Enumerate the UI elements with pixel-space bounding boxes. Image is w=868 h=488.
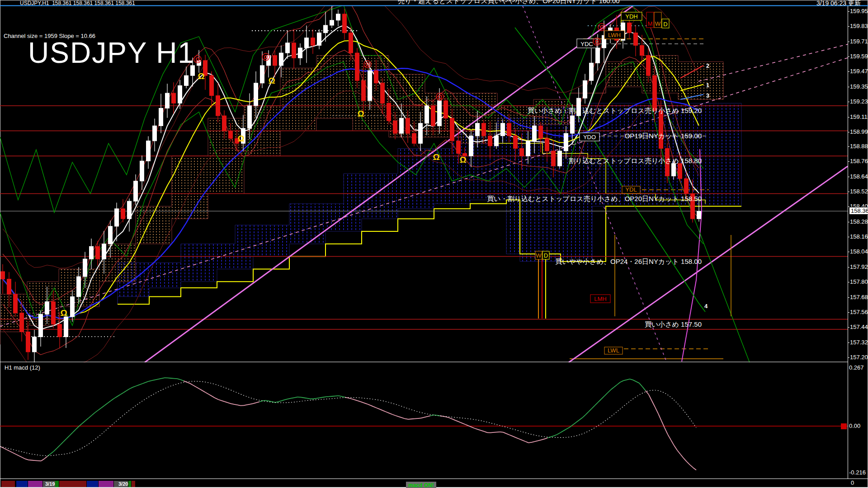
macd-line-segment: [557, 433, 560, 435]
macd-line-segment: [370, 405, 373, 407]
macd-line-segment: [234, 404, 237, 405]
candle-body: [298, 48, 302, 58]
macd-line-segment: [187, 382, 190, 384]
candle-body: [659, 111, 663, 148]
session-segment: [1, 481, 15, 487]
macd-line-segment: [690, 465, 693, 468]
macd-line-segment: [190, 383, 193, 385]
price-axis[interactable]: 159.955159.835159.715159.595159.475159.3…: [848, 6, 868, 479]
macd-line-segment: [22, 457, 25, 459]
macd-line-segment: [491, 432, 494, 433]
price-axis-label: 158.640: [850, 173, 868, 180]
macd-line-segment: [411, 419, 415, 419]
macd-line-segment: [687, 462, 690, 465]
candle-body: [653, 75, 657, 111]
macd-line-segment: [516, 437, 519, 439]
macd-line-segment: [554, 435, 557, 436]
macd-line-segment: [506, 434, 509, 435]
candle-body: [482, 123, 486, 136]
macd-line-segment: [41, 459, 44, 461]
macd-line-segment: [282, 400, 285, 401]
candle-body: [526, 141, 530, 156]
macd-line-segment: [209, 394, 212, 396]
macd-line-segment: [101, 405, 104, 408]
level-box-m: M: [646, 12, 654, 28]
session-timeline-bar[interactable]: 3/193/20macd ON!0: [0, 479, 868, 488]
session-segment: [99, 481, 113, 487]
macd-line-segment: [111, 399, 114, 401]
title-bar: USDJPY,H1 158.361 158.361 158.361 158.36…: [0, 0, 868, 6]
candle-body: [159, 108, 163, 126]
level-box-d: D: [542, 251, 549, 259]
candle-body: [501, 123, 505, 136]
macd-line-segment: [155, 379, 158, 380]
macd-line-segment: [475, 428, 478, 429]
macd-line-segment: [427, 416, 430, 417]
macd-line-segment: [228, 403, 231, 404]
swing-high-marker-icon: Ω: [194, 56, 201, 63]
candle-body: [406, 118, 410, 133]
candle-body: [507, 123, 511, 136]
price-axis-label: 157.920: [850, 263, 868, 270]
macd-line-segment: [601, 396, 604, 399]
swing-low-marker-icon: Ω: [198, 71, 204, 81]
macd-line-segment: [604, 393, 608, 396]
chart-canvas[interactable]: YDHMWDLWHYDCYDOYDLWDLMHLWL買い小さめ・割り込むとストッ…: [0, 0, 868, 488]
macd-on-badge[interactable]: macd ON!: [406, 482, 436, 488]
macd-line-segment: [620, 380, 623, 382]
trade-annotation: 買い・割り込むとストップロス売り小さめ、OP20日NYカット 158.50: [487, 195, 702, 202]
level-box-d: D: [662, 19, 669, 28]
macd-line-segment: [373, 407, 377, 408]
macd-line-segment: [19, 456, 22, 457]
candle-body: [248, 106, 252, 128]
trade-annotation: OP19日NYカット 159.00: [625, 132, 702, 140]
marker-glyph: Ω: [365, 61, 370, 68]
price-axis-label: 159.115: [850, 113, 868, 120]
price-axis-label: 158.880: [850, 143, 868, 150]
level-box-w: W: [654, 12, 661, 28]
macd-line-segment: [497, 432, 500, 432]
price-axis-label: 159.235: [850, 98, 868, 105]
macd-line-segment: [630, 379, 633, 380]
macd-line-segment: [332, 396, 335, 396]
macd-line-segment: [92, 413, 95, 415]
macd-line-segment: [611, 387, 614, 390]
macd-line-segment: [652, 401, 655, 407]
candle-body: [450, 118, 454, 141]
marker-glyph: Ω: [438, 94, 442, 100]
macd-line-segment: [285, 399, 288, 400]
macd-line-segment: [307, 398, 310, 399]
macd-line-segment: [494, 432, 497, 432]
macd-line-segment: [250, 404, 253, 404]
candle-body: [640, 45, 644, 55]
macd-line-segment: [642, 387, 646, 391]
candle-body: [292, 43, 296, 58]
candle-body: [539, 126, 543, 138]
macd-line-segment: [386, 412, 389, 413]
macd-line-segment: [193, 385, 196, 387]
macd-line-segment: [152, 380, 155, 380]
candle-body: [387, 103, 391, 121]
macd-line-segment: [405, 419, 408, 419]
candle-body: [368, 70, 372, 101]
macd-line-segment: [335, 396, 339, 396]
macd-line-segment: [70, 432, 73, 436]
macd-line-segment: [222, 401, 225, 402]
macd-line-segment: [89, 415, 92, 418]
macd-line-segment: [231, 404, 234, 404]
macd-line-segment: [196, 387, 199, 389]
macd-line-segment: [278, 401, 282, 402]
marker-glyph: Ω: [195, 56, 200, 63]
macd-line-segment: [658, 413, 661, 421]
macd-line-segment: [421, 418, 424, 418]
level-box-ydo: YDO: [580, 133, 599, 141]
macd-line-segment: [566, 427, 570, 429]
price-axis-label: 157.320: [850, 339, 868, 346]
macd-line-segment: [354, 400, 358, 401]
price-axis-label: 159.835: [850, 23, 868, 29]
candle-body: [58, 324, 62, 337]
candle-body: [216, 96, 220, 116]
trade-annotation: 買い小さめ 157.50: [645, 320, 702, 328]
macd-line-segment: [589, 408, 592, 412]
candle-body: [317, 33, 321, 46]
